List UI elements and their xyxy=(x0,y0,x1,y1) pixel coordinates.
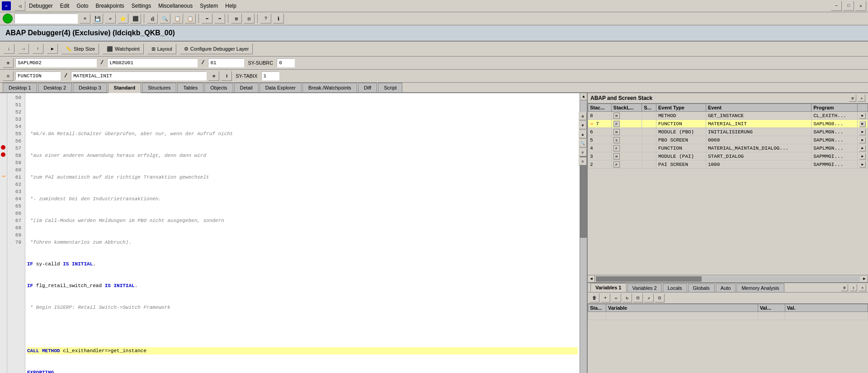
function-name-field[interactable] xyxy=(71,71,207,80)
fullscreen-btn[interactable]: ⊡ xyxy=(244,14,255,24)
tab-locals[interactable]: Locals xyxy=(663,283,687,292)
menu-miscellaneous[interactable]: Miscellaneous xyxy=(158,3,193,9)
tab-structures[interactable]: Structures xyxy=(142,83,176,92)
copy-button[interactable]: 📋 xyxy=(172,14,183,24)
tab-desktop2[interactable]: Desktop 2 xyxy=(38,83,72,92)
tab-diff[interactable]: Diff xyxy=(358,83,377,92)
step-size-button[interactable]: 📏 Step Size xyxy=(61,43,99,54)
code-side-btn-1[interactable]: ⊞ xyxy=(579,112,587,120)
code-side-btn-3[interactable]: ▲ xyxy=(579,130,587,138)
nav-btn-1[interactable]: ⬅ xyxy=(202,14,212,24)
tab-script[interactable]: Script xyxy=(378,83,402,92)
tab-globals[interactable]: Globals xyxy=(688,283,715,292)
stop-button[interactable]: ⬛ xyxy=(130,14,141,24)
vars-close-btn[interactable]: ✕ xyxy=(859,284,866,291)
layout-btn[interactable]: ⊞ xyxy=(231,14,242,24)
tab-objects[interactable]: Objects xyxy=(204,83,233,92)
run-btn[interactable]: ▶ xyxy=(47,44,58,54)
step-over-btn[interactable]: → xyxy=(18,44,29,54)
back-button[interactable]: ◁ xyxy=(14,1,25,11)
tab-variables2[interactable]: Variables 2 xyxy=(627,283,662,292)
bookmark-button[interactable]: ⭐ xyxy=(118,14,128,24)
tab-memory-analysis[interactable]: Memory Analysis xyxy=(736,283,784,292)
nav-btn-2[interactable]: ➡ xyxy=(214,14,225,24)
stack-action[interactable]: ▶ xyxy=(858,128,868,136)
address-input[interactable] xyxy=(14,14,78,24)
vars-compare-btn[interactable]: ⊟ xyxy=(633,293,643,302)
maximize-button[interactable]: □ xyxy=(843,1,854,11)
table-row[interactable] xyxy=(588,312,868,320)
tab-standard[interactable]: Standard xyxy=(108,83,142,93)
stack-action[interactable]: ▶ xyxy=(858,152,868,161)
menu-edit[interactable]: Edit xyxy=(60,3,70,9)
table-row[interactable]: 3 M MODULE (PAI) START_DIALOG SAPMMGI...… xyxy=(588,152,868,161)
stack-scrollbar-h[interactable]: ◀ ▶ xyxy=(588,275,868,282)
table-row[interactable]: 4 F FUNCTION MATERIAL_MAINTAIN_DIALOG...… xyxy=(588,144,868,152)
help-button[interactable]: ? xyxy=(260,14,271,24)
tab-desktop3[interactable]: Desktop 3 xyxy=(73,83,107,92)
tab-detail[interactable]: Detail xyxy=(234,83,259,92)
info-button[interactable]: ℹ xyxy=(273,14,284,24)
stack-action[interactable]: ▶ xyxy=(858,136,868,144)
table-row[interactable]: 5 S PBO SCREEN 0060 SAPLMGN... ▶ xyxy=(588,136,868,144)
menu-goto[interactable]: Goto xyxy=(76,3,88,9)
step-out-btn[interactable]: ↑ xyxy=(33,44,43,54)
save-button[interactable]: 💾 xyxy=(92,14,103,24)
vars-maximize-btn[interactable]: ⊞ xyxy=(841,284,848,291)
table-row[interactable]: ⇒ 7 F FUNCTION MATERIAL_INIT SAPLMG0... … xyxy=(588,120,868,128)
code-side-btn-2[interactable]: ▼ xyxy=(579,121,587,129)
paste-button[interactable]: 📋 xyxy=(185,14,196,24)
func-info-btn[interactable]: ℹ xyxy=(221,71,232,81)
close-button[interactable]: ✕ xyxy=(855,1,866,11)
sy-tabix-field[interactable] xyxy=(261,71,279,80)
code-side-btn-5[interactable]: ≡ xyxy=(579,148,587,156)
include-field[interactable] xyxy=(107,58,198,67)
program-field[interactable] xyxy=(15,58,97,67)
stack-maximize-btn[interactable]: ⊞ xyxy=(849,94,856,102)
tab-tables[interactable]: Tables xyxy=(177,83,203,92)
vars-expand-btn[interactable]: ⇕ xyxy=(850,284,857,291)
menu-settings[interactable]: Settings xyxy=(132,3,151,9)
sy-subrc-field[interactable] xyxy=(277,58,295,67)
vars-delete-btn[interactable]: 🗑 xyxy=(590,293,599,302)
stack-action[interactable]: ▶ xyxy=(858,161,868,169)
watchpoint-button[interactable]: ⬛ Watchpoint xyxy=(103,43,144,54)
code-side-btn-6[interactable]: ≡ xyxy=(579,157,587,165)
vars-export-btn[interactable]: ↗ xyxy=(644,293,654,302)
menu-breakpoints[interactable]: Breakpoints xyxy=(95,3,124,9)
tab-auto[interactable]: Auto xyxy=(716,283,736,292)
code-side-btn-4[interactable]: 🔍 xyxy=(579,139,587,147)
find-button[interactable]: 🔍 xyxy=(160,14,170,24)
stack-scroll-right[interactable]: ▶ xyxy=(861,275,868,283)
tab-data-explorer[interactable]: Data Explorer xyxy=(259,83,302,92)
function-type-field[interactable] xyxy=(15,71,61,80)
stack-action[interactable]: ▶ xyxy=(858,144,868,152)
stack-action[interactable]: ▶ xyxy=(858,120,868,128)
stack-close-btn[interactable]: ✕ xyxy=(858,94,865,102)
code-container[interactable]: ⇒ 50 51 52 xyxy=(0,93,580,373)
line-field[interactable] xyxy=(208,58,244,67)
func-detail-btn[interactable]: ⊠ xyxy=(208,71,219,81)
table-row[interactable]: 2 P PAI SCREEN 1000 SAPMMGI... ▶ xyxy=(588,161,868,169)
vars-add-btn[interactable]: + xyxy=(600,293,610,302)
back-nav-button[interactable]: ↶ xyxy=(105,14,116,24)
scroll-up-btn[interactable]: ▲ xyxy=(580,93,587,100)
table-row[interactable]: 8 M METHOD GET_INSTANCE CL_EXITH... ▶ xyxy=(588,112,868,120)
vars-refresh-btn[interactable]: ↻ xyxy=(622,293,632,302)
print-button[interactable]: 🖨 xyxy=(147,14,158,24)
step-into-btn[interactable]: ↓ xyxy=(4,44,14,54)
stack-scroll-left[interactable]: ◀ xyxy=(588,275,595,283)
vars-edit-btn[interactable]: ✏ xyxy=(611,293,621,302)
menu-system[interactable]: System xyxy=(200,3,218,9)
layout-button[interactable]: ⊞ Layout xyxy=(147,43,176,54)
stack-action[interactable]: ▶ xyxy=(858,112,868,120)
tab-desktop1[interactable]: Desktop 1 xyxy=(3,83,37,92)
menu-help[interactable]: Help xyxy=(225,3,236,9)
table-row[interactable]: 6 M MODULE (PBO) INITIALISIERUNG SAPLMGN… xyxy=(588,128,868,136)
menu-debugger[interactable]: Debugger xyxy=(29,3,53,9)
tab-break-watchpoints[interactable]: Break./Watchpoints xyxy=(302,83,357,92)
tab-variables1[interactable]: Variables 1 xyxy=(590,283,627,292)
minimize-button[interactable]: ─ xyxy=(831,1,842,11)
prev-button[interactable]: « xyxy=(80,14,90,24)
configure-button[interactable]: ⚙ Configure Debugger Layer xyxy=(180,43,253,54)
